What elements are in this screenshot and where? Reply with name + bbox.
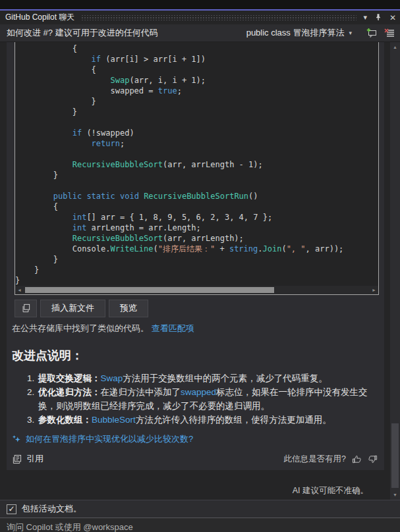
code-line: Console.WriteLine("排序后结果：" + string.Join… [15,244,378,254]
user-question-text: 如何改进 #? 建议可用于改进的任何代码 [7,27,246,39]
code-line: } [15,170,378,180]
scrollbar-track[interactable] [24,286,370,294]
code-line: } [15,96,378,107]
copy-icon [21,304,30,313]
copy-code-button[interactable] [14,300,37,317]
code-horizontal-scrollbar[interactable]: ◄ ► [15,286,378,294]
code-line [15,117,378,128]
new-chat-icon[interactable] [366,28,378,38]
code-action-bar: 插入新文件 预览 [7,295,384,321]
scroll-down-arrow-icon[interactable]: ▼ [390,492,400,497]
context-selector-label: public class 冒泡排序算法 [246,27,345,39]
scroll-up-arrow-icon[interactable]: ▲ [390,45,400,49]
panel-vertical-scrollbar[interactable]: ▲ ▼ [390,42,400,500]
window-menu-chevron-down-icon[interactable]: ▾ [363,14,367,21]
drag-handle-dots[interactable] [81,15,357,20]
list-item: 参数化数组：BubbleSort方法允许传入待排序的数组，使得方法更加通用。 [37,413,384,427]
scrollbar-thumb[interactable] [391,423,399,488]
include-active-document-row: ✓ 包括活动文档。 [0,500,400,518]
message-footer-row: 引用 此信息是否有用? [7,453,384,465]
scrollbar-thumb[interactable] [25,287,274,293]
code-line: } [15,275,378,286]
include-active-document-label: 包括活动文档。 [22,503,82,515]
code-line: Swap(arr, i, i + 1); [15,75,378,86]
helpful-question-text: 此信息是否有用? [284,454,346,465]
chat-question-toolbar: 如何改进 #? 建议可用于改进的任何代码 public class 冒泡排序算法… [0,24,400,42]
code-line: RecursiveBubbleSort(arr, arrLength); [15,233,378,244]
code-line: } [15,254,378,265]
clear-chat-icon[interactable] [384,28,395,38]
references-label: 引用 [26,453,43,465]
code-block: { if (arr[i] > arr[i + 1]) { Swap(arr, i… [14,42,379,295]
code-area: { if (arr[i] > arr[i + 1]) { Swap(arr, i… [15,42,378,286]
thumbs-down-icon[interactable] [368,454,378,464]
panel-title: GitHub Copilot 聊天 [5,12,74,23]
assistant-message-card: { if (arr[i] > arr[i + 1]) { Swap(arr, i… [7,42,384,470]
scroll-right-arrow-icon[interactable]: ► [370,286,378,294]
chat-input-container [0,518,400,532]
followup-suggestion[interactable]: 如何在冒泡排序中实现优化以减少比较次数? [7,433,384,445]
code-line: int arrLength = arr.Length; [15,223,378,233]
close-icon[interactable]: ✕ [389,14,396,22]
code-line: if (!swapped) [15,128,378,138]
code-line: } [15,265,378,275]
include-active-document-checkbox[interactable]: ✓ [7,504,16,514]
code-line: return; [15,138,378,149]
insert-new-file-button[interactable]: 插入新文件 [40,300,105,317]
view-matches-link[interactable]: 查看匹配项 [152,323,194,333]
code-line: { [15,201,378,212]
window-top-strip [0,0,400,9]
thumbs-up-icon[interactable] [352,454,362,464]
references-icon [12,454,22,464]
ai-disclaimer-text: AI 建议可能不准确。 [0,485,400,496]
pin-icon[interactable] [374,13,382,22]
code-line: int[] arr = { 1, 8, 9, 5, 6, 2, 3, 4, 7 … [15,212,378,223]
explanation-heading: 改进点说明： [7,348,384,363]
preview-button[interactable]: 预览 [109,300,148,317]
code-line: RecursiveBubbleSort(arr, arrLength - 1); [15,159,378,170]
similar-code-text: 在公共存储库中找到了类似的代码。 [12,323,149,333]
code-line: } [15,107,378,117]
code-line: { [15,65,378,75]
references-button[interactable]: 引用 [12,453,43,465]
chat-message-area: { if (arr[i] > arr[i + 1]) { Swap(arr, i… [0,42,400,500]
list-item: 提取交换逻辑：Swap方法用于交换数组中的两个元素，减少了代码重复。 [37,371,384,385]
explanation-list: 提取交换逻辑：Swap方法用于交换数组中的两个元素，减少了代码重复。优化递归方法… [7,371,384,427]
code-line: public static void RecursiveBubbleSortRu… [15,191,378,201]
code-line: { [15,43,378,54]
sparkle-icon [12,435,21,444]
chevron-down-icon: ▾ [349,30,352,36]
similar-code-note: 在公共存储库中找到了类似的代码。 查看匹配项 [7,321,384,341]
context-selector-dropdown[interactable]: public class 冒泡排序算法 ▾ [246,27,352,39]
code-line [15,180,378,191]
code-line: if (arr[i] > arr[i + 1]) [15,54,378,65]
scroll-left-arrow-icon[interactable]: ◄ [15,286,24,294]
copilot-chat-panel: GitHub Copilot 聊天 ▾ ✕ 如何改进 #? 建议可用于改进的任何… [0,0,400,532]
code-line [15,149,378,159]
followup-link[interactable]: 如何在冒泡排序中实现优化以减少比较次数? [26,433,193,445]
chat-input[interactable] [0,518,400,532]
code-line: swapped = true; [15,86,378,96]
panel-titlebar[interactable]: GitHub Copilot 聊天 ▾ ✕ [0,11,400,24]
list-item: 优化递归方法：在递归方法中添加了swapped标志位，如果在一轮排序中没有发生交… [37,385,384,413]
